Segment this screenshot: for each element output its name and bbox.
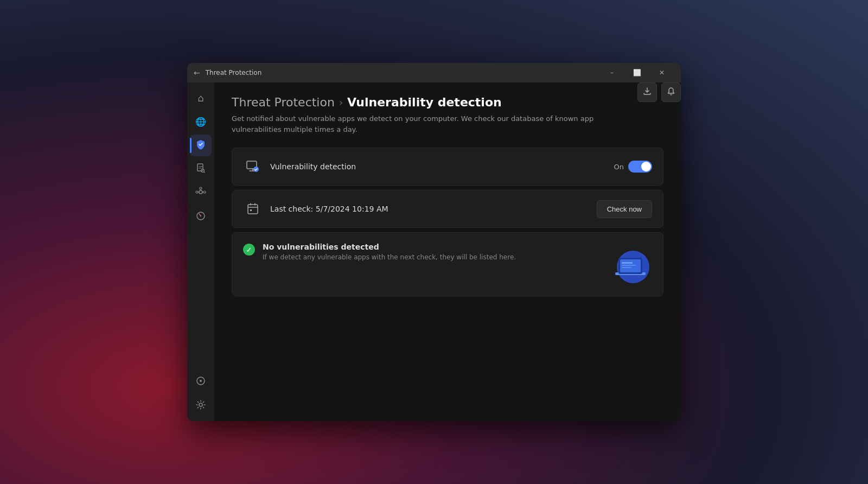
breadcrumb-current: Vulnerability detection: [347, 95, 502, 109]
svg-rect-20: [622, 265, 636, 266]
toggle-container: On: [614, 161, 652, 173]
sidebar-item-home[interactable]: ⌂: [190, 87, 212, 109]
sidebar: ⌂ 🌐: [187, 82, 214, 421]
check-circle-icon: ✓: [243, 244, 255, 256]
window-body: ⌂ 🌐: [187, 82, 681, 421]
svg-rect-13: [248, 205, 258, 214]
close-button[interactable]: ✕: [649, 63, 674, 82]
window-controls: – ⬜ ✕: [599, 63, 674, 82]
minimize-button[interactable]: –: [599, 63, 624, 82]
chat-icon: [195, 375, 206, 389]
file-scan-icon: [195, 163, 206, 176]
sidebar-item-settings[interactable]: [190, 395, 212, 417]
header-area: Threat Protection › Vulnerability detect…: [232, 95, 663, 135]
home-icon: ⌂: [197, 92, 203, 104]
svg-point-10: [199, 403, 202, 406]
check-now-button[interactable]: Check now: [597, 200, 652, 218]
svg-point-2: [199, 190, 202, 194]
svg-rect-14: [250, 209, 252, 211]
shield-icon: [195, 139, 206, 152]
sidebar-item-files[interactable]: [190, 158, 212, 180]
breadcrumb-separator: ›: [339, 97, 343, 108]
page-description: Get notified about vulnerable apps we de…: [232, 113, 644, 135]
network-icon: [195, 187, 206, 200]
sidebar-item-performance[interactable]: [190, 206, 212, 228]
status-subtitle: If we detect any vulnerable apps with th…: [263, 253, 596, 261]
sidebar-item-protection[interactable]: [190, 135, 212, 156]
title-bar: ← Threat Protection – ⬜ ✕: [187, 63, 681, 82]
vulnerability-detection-row: Vulnerability detection On: [232, 148, 663, 185]
svg-point-3: [196, 191, 198, 193]
status-row: ✓ No vulnerabilities detected If we dete…: [232, 233, 663, 296]
last-check-card: Last check: 5/7/2024 10:19 AM Check now: [232, 190, 663, 228]
sidebar-item-network[interactable]: 🌐: [190, 111, 212, 132]
breadcrumb: Threat Protection › Vulnerability detect…: [232, 95, 663, 109]
last-check-row: Last check: 5/7/2024 10:19 AM Check now: [232, 190, 663, 227]
toggle-on-label: On: [614, 163, 624, 171]
gear-icon: [195, 399, 206, 412]
sidebar-item-network-protection[interactable]: [190, 182, 212, 204]
last-check-text: Last check: 5/7/2024 10:19 AM: [270, 205, 589, 213]
vulnerability-icon: [243, 157, 263, 176]
main-window: ← Threat Protection – ⬜ ✕ ⌂ 🌐: [187, 63, 681, 421]
window-title: Threat Protection: [206, 69, 599, 77]
breadcrumb-parent[interactable]: Threat Protection: [232, 95, 335, 109]
svg-point-4: [203, 191, 206, 193]
svg-rect-21: [622, 267, 631, 268]
globe-icon: 🌐: [195, 117, 206, 127]
vulnerability-detection-card: Vulnerability detection On: [232, 148, 663, 186]
maximize-button[interactable]: ⬜: [624, 63, 649, 82]
main-content: Threat Protection › Vulnerability detect…: [214, 82, 681, 421]
notifications-button[interactable]: [661, 82, 681, 102]
vulnerability-label: Vulnerability detection: [270, 162, 607, 171]
vulnerability-toggle[interactable]: [628, 161, 652, 173]
svg-point-5: [200, 187, 202, 189]
status-text-area: No vulnerabilities detected If we detect…: [263, 243, 596, 261]
calendar-icon: [243, 199, 263, 219]
status-card: ✓ No vulnerabilities detected If we dete…: [232, 232, 663, 296]
svg-rect-19: [622, 262, 633, 264]
back-button[interactable]: ←: [194, 68, 200, 77]
speedometer-icon: [195, 211, 206, 224]
bell-icon: [667, 87, 675, 98]
status-title: No vulnerabilities detected: [263, 243, 596, 251]
sidebar-item-support[interactable]: [190, 371, 212, 393]
svg-rect-0: [197, 164, 203, 171]
svg-point-7: [200, 215, 201, 216]
svg-point-9: [200, 380, 202, 382]
laptop-illustration: [603, 243, 652, 286]
